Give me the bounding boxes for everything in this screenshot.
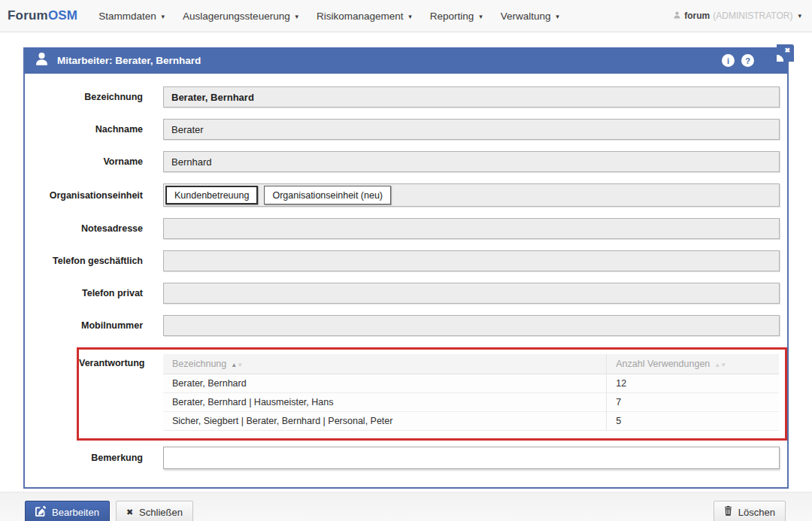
mobilnummer-field[interactable] <box>163 315 780 336</box>
cell-anzahl: 5 <box>607 412 779 431</box>
bezeichnung-field[interactable] <box>163 86 780 108</box>
user-account-menu[interactable]: forum (ADMINISTRATOR) ▾ <box>673 11 801 22</box>
help-icon[interactable]: ? <box>741 54 754 67</box>
field-row-bemerkung: Bemerkung <box>25 447 787 469</box>
vorname-label: Vorname <box>25 156 163 167</box>
dialog-title: Mitarbeiter: Berater, Bernhard <box>57 55 201 66</box>
chevron-down-icon: ▾ <box>479 13 483 20</box>
sort-icons: ▲▼ <box>231 362 243 368</box>
top-navigation-bar: ForumOSM Stammdaten ▾ Auslagerungssteuer… <box>0 0 812 32</box>
bezeichnung-label: Bezeichnung <box>25 92 163 102</box>
verantwortung-label: Verantwortung <box>79 358 163 368</box>
dialog-body: Bezeichnung Nachname Vorname Organisatio… <box>25 74 787 487</box>
mobilnummer-label: Mobilnummer <box>25 320 163 331</box>
bemerkung-field[interactable] <box>163 447 780 469</box>
cell-bezeichnung: Sicher, Siegbert | Berater, Bernhard | P… <box>163 412 607 431</box>
schliessen-button[interactable]: ✖ Schließen <box>116 501 193 521</box>
trash-icon <box>724 506 732 518</box>
user-name: forum <box>684 11 710 21</box>
menu-reporting[interactable]: Reporting ▾ <box>421 6 492 26</box>
field-row-notesadresse: Notesadresse <box>25 218 787 239</box>
chevron-down-icon: ▾ <box>556 13 559 20</box>
table-row[interactable]: Berater, Bernhard | Hausmeister, Hans 7 <box>163 393 779 412</box>
verantwortung-highlight-box: Verantwortung Bezeichnung▲▼ Anzahl Verwe… <box>77 347 787 441</box>
app-logo[interactable]: ForumOSM <box>8 8 77 23</box>
nachname-label: Nachname <box>25 124 163 135</box>
main-menu: Stammdaten ▾ Auslagerungssteuerung ▾ Ris… <box>89 6 568 26</box>
info-icon[interactable]: i <box>722 54 735 67</box>
telefon-geschaeftlich-field[interactable] <box>163 250 780 271</box>
field-row-nachname: Nachname <box>25 119 787 140</box>
close-icon[interactable]: ✖ <box>777 44 794 62</box>
cell-bezeichnung: Berater, Bernhard <box>163 374 607 393</box>
mitarbeiter-dialog: Mitarbeiter: Berater, Bernhard i ? ✖ Bez… <box>23 47 789 489</box>
organisationseinheit-field: Kundenbetreuung Organisationseinheit (ne… <box>163 183 780 207</box>
table-row[interactable]: Berater, Bernhard 12 <box>163 374 779 393</box>
table-row[interactable]: Sicher, Siegbert | Berater, Bernhard | P… <box>163 412 779 431</box>
bearbeiten-button[interactable]: Bearbeiten <box>25 501 110 521</box>
chevron-down-icon: ▾ <box>295 13 298 20</box>
vorname-field[interactable] <box>163 151 780 172</box>
logo-text-forum: Forum <box>8 8 48 23</box>
org-tag-kundenbetreuung[interactable]: Kundenbetreuung <box>165 186 258 204</box>
logo-text-osm: OSM <box>48 8 77 23</box>
telefon-geschaeftlich-label: Telefon geschäftlich <box>25 256 163 266</box>
table-header-row: Bezeichnung▲▼ Anzahl Verwendungen▲▼ <box>163 354 779 374</box>
telefon-privat-label: Telefon privat <box>25 288 163 298</box>
cell-bezeichnung: Berater, Bernhard | Hausmeister, Hans <box>163 393 607 412</box>
chevron-down-icon: ▾ <box>798 12 801 20</box>
nachname-field[interactable] <box>163 119 780 140</box>
close-icon: ✖ <box>126 507 133 517</box>
edit-icon <box>35 506 46 519</box>
column-header-anzahl-verwendungen[interactable]: Anzahl Verwendungen▲▼ <box>607 354 779 374</box>
chevron-down-icon: ▾ <box>408 13 412 20</box>
action-bar: Bearbeiten ✖ Schließen Löschen <box>0 492 812 521</box>
dialog-header: Mitarbeiter: Berater, Bernhard i ? <box>25 47 787 74</box>
verantwortung-table: Bezeichnung▲▼ Anzahl Verwendungen▲▼ Bera… <box>163 354 779 431</box>
bemerkung-label: Bemerkung <box>25 453 163 463</box>
cell-anzahl: 12 <box>607 374 779 393</box>
cell-anzahl: 7 <box>607 393 779 412</box>
menu-auslagerungssteuerung[interactable]: Auslagerungssteuerung ▾ <box>174 6 308 26</box>
person-icon <box>34 51 50 70</box>
notesadresse-field[interactable] <box>163 218 780 239</box>
field-row-organisationseinheit: Organisationseinheit Kundenbetreuung Org… <box>25 183 787 207</box>
sort-desc-icon: ▼ <box>237 362 243 368</box>
org-tag-organisationseinheit-neu[interactable]: Organisationseinheit (neu) <box>264 186 391 204</box>
user-role: (ADMINISTRATOR) <box>713 11 792 21</box>
sort-icons: ▲▼ <box>714 362 726 368</box>
user-icon <box>673 11 681 22</box>
notesadresse-label: Notesadresse <box>25 223 163 234</box>
sort-desc-icon: ▼ <box>720 362 726 368</box>
field-row-bezeichnung: Bezeichnung <box>25 86 787 108</box>
sort-asc-icon: ▲ <box>231 362 237 368</box>
menu-verwaltung[interactable]: Verwaltung ▾ <box>492 6 568 26</box>
telefon-privat-field[interactable] <box>163 283 780 304</box>
organisationseinheit-label: Organisationseinheit <box>25 190 163 201</box>
menu-stammdaten[interactable]: Stammdaten ▾ <box>89 6 174 26</box>
field-row-vorname: Vorname <box>25 151 787 172</box>
field-row-telefon-geschaeftlich: Telefon geschäftlich <box>25 250 787 271</box>
chevron-down-icon: ▾ <box>162 13 165 20</box>
field-row-telefon-privat: Telefon privat <box>25 283 787 304</box>
column-header-bezeichnung[interactable]: Bezeichnung▲▼ <box>163 354 607 374</box>
field-row-mobilnummer: Mobilnummer <box>25 315 787 336</box>
loeschen-button[interactable]: Löschen <box>714 501 786 521</box>
menu-risikomanagement[interactable]: Risikomanagement ▾ <box>308 6 421 26</box>
